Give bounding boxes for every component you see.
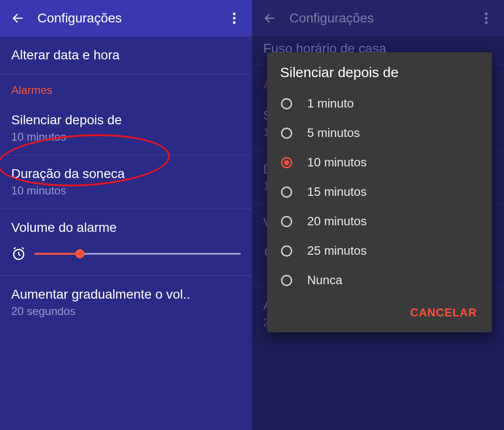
svg-point-15 bbox=[282, 128, 292, 138]
radio-unchecked-icon bbox=[280, 274, 293, 287]
radio-unchecked-icon bbox=[280, 127, 293, 140]
svg-point-1 bbox=[233, 13, 236, 15]
dialog-title: Silenciar depois de bbox=[267, 52, 492, 89]
svg-point-19 bbox=[282, 216, 292, 226]
settings-screen-right: Configurações Fuso horário de casa A S 1… bbox=[252, 0, 504, 430]
svg-point-2 bbox=[233, 17, 236, 20]
silence-after-dialog: Silenciar depois de 1 minuto5 minutos10 … bbox=[267, 52, 492, 332]
dialog-option[interactable]: 20 minutos bbox=[273, 207, 486, 236]
more-vert-icon bbox=[232, 12, 236, 25]
arrow-back-icon bbox=[11, 12, 24, 25]
dialog-option[interactable]: 10 minutos bbox=[273, 148, 486, 177]
dialog-option[interactable]: Nunca bbox=[273, 265, 486, 295]
back-button[interactable] bbox=[7, 8, 28, 29]
settings-screen-left: Configurações Alterar data e hora Alarme… bbox=[0, 0, 252, 430]
dialog-option[interactable]: 15 minutos bbox=[273, 177, 486, 207]
row-primary: Duração da soneca bbox=[11, 166, 241, 181]
svg-point-3 bbox=[233, 22, 236, 24]
appbar: Configurações bbox=[0, 0, 252, 36]
dialog-option[interactable]: 1 minuto bbox=[273, 89, 486, 118]
dialog-option-label: 1 minuto bbox=[307, 96, 354, 111]
row-change-date-time[interactable]: Alterar data e hora bbox=[0, 36, 252, 74]
row-secondary: 20 segundos bbox=[11, 305, 241, 318]
svg-point-14 bbox=[282, 99, 292, 108]
svg-point-20 bbox=[282, 246, 292, 256]
dialog-actions: CANCELAR bbox=[267, 295, 492, 329]
svg-point-21 bbox=[282, 275, 292, 285]
dialog-option-label: 20 minutos bbox=[307, 214, 367, 229]
svg-line-6 bbox=[19, 254, 21, 256]
cancel-button[interactable]: CANCELAR bbox=[404, 301, 482, 324]
dialog-option-label: 15 minutos bbox=[307, 185, 367, 199]
radio-unchecked-icon bbox=[280, 186, 293, 199]
svg-point-17 bbox=[284, 160, 289, 165]
dialog-option-label: 5 minutos bbox=[307, 126, 360, 140]
dialog-option[interactable]: 5 minutos bbox=[273, 118, 486, 148]
section-header-alarms: Alarmes bbox=[0, 74, 252, 101]
appbar-title: Configurações bbox=[37, 11, 224, 26]
slider-fill bbox=[35, 253, 80, 255]
row-primary: Silenciar depois de bbox=[11, 113, 241, 128]
dialog-option-label: 10 minutos bbox=[307, 155, 367, 170]
dialog-option[interactable]: 25 minutos bbox=[273, 236, 486, 265]
row-alarm-volume: Volume do alarme bbox=[0, 209, 252, 276]
row-primary: Alterar data e hora bbox=[11, 48, 241, 63]
radio-unchecked-icon bbox=[280, 244, 293, 258]
row-primary: Volume do alarme bbox=[11, 220, 241, 235]
radio-checked-icon bbox=[280, 156, 293, 169]
svg-point-18 bbox=[282, 187, 292, 197]
radio-unchecked-icon bbox=[280, 215, 293, 228]
row-silence-after[interactable]: Silenciar depois de 10 minutos bbox=[0, 101, 252, 155]
dialog-option-label: 25 minutos bbox=[307, 244, 367, 258]
alarm-volume-slider[interactable] bbox=[35, 253, 241, 255]
row-secondary: 10 minutos bbox=[11, 184, 241, 197]
row-secondary: 10 minutos bbox=[11, 130, 241, 143]
row-snooze-duration[interactable]: Duração da soneca 10 minutos bbox=[0, 155, 252, 209]
svg-line-7 bbox=[14, 248, 15, 249]
overflow-menu-button[interactable] bbox=[224, 8, 245, 29]
dialog-option-label: Nunca bbox=[307, 273, 342, 287]
dialog-options-list: 1 minuto5 minutos10 minutos15 minutos20 … bbox=[267, 89, 492, 295]
slider-thumb[interactable] bbox=[75, 249, 85, 258]
alarm-clock-icon bbox=[11, 246, 26, 261]
svg-line-8 bbox=[22, 248, 24, 249]
row-primary: Aumentar gradualmente o vol.. bbox=[11, 287, 241, 302]
row-gradually-increase[interactable]: Aumentar gradualmente o vol.. 20 segundo… bbox=[0, 276, 252, 329]
radio-unchecked-icon bbox=[280, 97, 293, 110]
